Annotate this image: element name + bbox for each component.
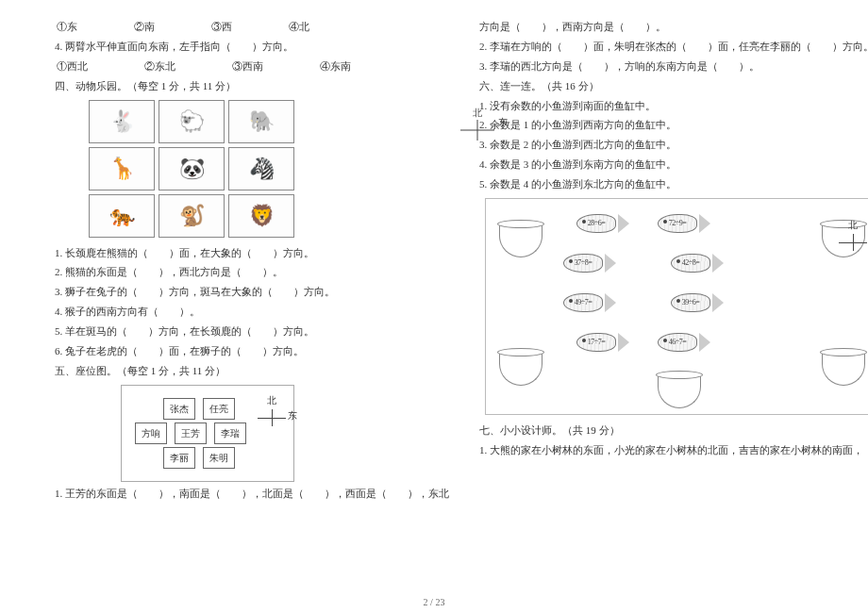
rule2: 2. 余数是 1 的小鱼游到西南方向的鱼缸中。 [479, 115, 868, 135]
section5-title: 五、座位图。（每空 1 分，共 11 分） [55, 361, 449, 381]
seat-cell: 张杰 [163, 398, 195, 420]
fish-icon: 39÷6= [671, 290, 726, 316]
opt: ①西北 [57, 57, 88, 76]
zoo-grid-figure: 🐇 🐑 🐘 🦒 🐼 🦓 🐅 🐒 🦁 北 东 [89, 100, 449, 238]
opt: ④东南 [320, 57, 351, 76]
opt: ③西 [211, 17, 232, 37]
seat-q1: 1. 王芳的东面是（ ），南面是（ ），北面是（ ），西面是（ ），东北 [55, 484, 449, 504]
seat-q1-cont: 方向是（ ），西南方向是（ ）。 [479, 17, 868, 37]
zoo-tiger-icon: 🐅 [89, 194, 155, 238]
rule1: 1. 没有余数的小鱼游到南面的鱼缸中。 [479, 96, 868, 116]
q4-options: ①西北 ②东北 ③西南 ④东南 [55, 57, 449, 76]
zoo-lion-icon: 🦁 [228, 194, 294, 238]
zoo-q4: 4. 猴子的西南方向有（ ）。 [55, 302, 449, 322]
seat-cell: 方响 [135, 422, 167, 444]
seat-cell: 王芳 [175, 422, 207, 444]
opt: ④北 [289, 17, 309, 37]
opt: ③西南 [232, 57, 263, 76]
section7-title: 七、小小设计师。（共 19 分） [479, 421, 868, 440]
q4-text: 4. 两臂水平伸直面向东南，左手指向（ ）方向。 [55, 37, 449, 57]
compass-east: 东 [288, 406, 297, 424]
compass-icon: 北 东 [839, 216, 867, 251]
zoo-giraffe-icon: 🦒 [89, 147, 155, 191]
seat-cell: 朱明 [203, 447, 235, 469]
zoo-q2: 2. 熊猫的东面是（ ），西北方向是（ ）。 [55, 262, 449, 282]
compass-north: 北 [839, 216, 867, 234]
bowl-icon [499, 352, 542, 386]
zoo-monkey-icon: 🐒 [159, 194, 225, 238]
fish-icon: 49÷7= [563, 290, 618, 316]
fish-icon: 28÷6= [576, 210, 631, 237]
zoo-elephant-icon: 🐘 [228, 100, 294, 143]
seat-q3: 3. 李瑞的西北方向是（ ），方响的东南方向是（ ）。 [479, 57, 868, 76]
rule3: 3. 余数是 2 的小鱼游到西北方向的鱼缸中。 [479, 135, 868, 155]
bowl-icon [822, 352, 865, 386]
zoo-q3: 3. 狮子在兔子的（ ）方向，斑马在大象的（ ）方向。 [55, 282, 449, 302]
opt: ②南 [134, 17, 155, 37]
fish-diagram: 28÷6= 72÷9= 37÷8= 42÷8= 49÷7= 39÷6= 17÷7… [485, 198, 868, 415]
zoo-q6: 6. 兔子在老虎的（ ）面，在狮子的（ ）方向。 [55, 341, 449, 361]
page-number: 2 / 23 [0, 597, 868, 607]
zoo-sheep-icon: 🐑 [159, 100, 225, 143]
compass-icon: 北 东 [460, 104, 494, 141]
section6-title: 六、连一连。（共 16 分） [479, 76, 868, 96]
zoo-zebra-icon: 🦓 [228, 147, 294, 191]
fish-icon: 42÷8= [671, 250, 726, 276]
fish-icon: 17÷7= [576, 329, 631, 356]
left-column: ①东 ②南 ③西 ④北 4. 两臂水平伸直面向东南，左手指向（ ）方向。 ①西北… [55, 17, 449, 573]
sec7-q1: 1. 大熊的家在小树林的东面，小光的家在小树林的北面，吉吉的家在小树林的南面， [479, 440, 868, 460]
opt: ②东北 [144, 57, 175, 76]
seat-chart-figure: 张杰 任亮 方响 王芳 李瑞 李丽 朱明 北 东 [121, 385, 294, 482]
seat-cell: 李丽 [163, 447, 195, 469]
compass-east: 东 [498, 113, 508, 131]
compass-north: 北 [258, 391, 286, 409]
right-column: 方向是（ ），西南方向是（ ）。 2. 李瑞在方响的（ ）面，朱明在张杰的（ ）… [479, 17, 868, 573]
seat-cell: 任亮 [203, 398, 235, 420]
rule4: 4. 余数是 3 的小鱼游到东南方向的鱼缸中。 [479, 155, 868, 174]
fish-icon: 37÷8= [563, 250, 618, 276]
bowl-icon [658, 374, 701, 408]
zoo-q5: 5. 羊在斑马的（ ）方向，在长颈鹿的（ ）方向。 [55, 322, 449, 341]
q3-options: ①东 ②南 ③西 ④北 [55, 17, 449, 37]
seat-cell: 李瑞 [214, 422, 246, 444]
fish-icon: 72÷9= [658, 210, 712, 237]
fish-icon: 46÷7= [658, 329, 712, 356]
bowl-icon [499, 224, 542, 257]
section4-title: 四、动物乐园。（每空 1 分，共 11 分） [55, 76, 449, 96]
zoo-panda-icon: 🐼 [159, 147, 225, 191]
seat-q2: 2. 李瑞在方响的（ ）面，朱明在张杰的（ ）面，任亮在李丽的（ ）方向。 [479, 37, 868, 57]
rule5: 5. 余数是 4 的小鱼游到东北方向的鱼缸中。 [479, 174, 868, 194]
zoo-q1: 1. 长颈鹿在熊猫的（ ）面，在大象的（ ）方向。 [55, 243, 449, 263]
zoo-rabbit-icon: 🐇 [89, 100, 155, 143]
compass-icon: 北 东 [258, 391, 286, 426]
opt: ①东 [57, 17, 77, 37]
